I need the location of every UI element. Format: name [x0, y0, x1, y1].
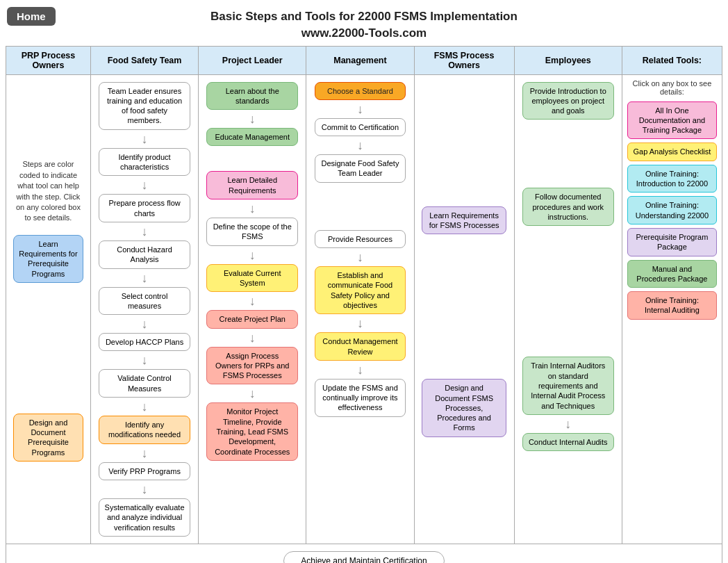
mgmt-box5[interactable]: Establish and communicate Food Safety Po… [315, 266, 406, 314]
mgmt-arrow1: ↓ [309, 103, 411, 115]
arrow3: ↓ [94, 225, 195, 238]
tools-click-note: Click on any box to see details: [625, 79, 719, 96]
fst-box9[interactable]: Verify PRP Programs [99, 462, 190, 480]
fsms-col: Learn Requirements for FSMS Processes De… [414, 74, 514, 544]
fst-box8[interactable]: Identify any modifications needed [99, 416, 190, 444]
emp-box4[interactable]: Conduct Internal Audits [522, 433, 614, 451]
tool-box5[interactable]: Prerequisite Program Package [627, 228, 716, 256]
fst-box5[interactable]: Select control measures [99, 287, 190, 316]
achieve-box[interactable]: Achieve and Maintain Certification [283, 551, 444, 563]
emp-box2[interactable]: Follow documented procedures and work in… [522, 188, 614, 226]
tool-box4[interactable]: Online Training: Understanding 22000 [627, 196, 716, 225]
tool-box3[interactable]: Online Training: Introduction to 22000 [627, 165, 716, 193]
mgmt-arrow5: ↓ [309, 364, 411, 376]
fsms-box2[interactable]: Design and Document FSMS Processes, Proc… [422, 379, 506, 436]
pl-box6[interactable]: Create Project Plan [206, 310, 298, 328]
fst-box4[interactable]: Conduct Hazard Analysis [99, 240, 190, 269]
header-emp: Employees [514, 46, 622, 74]
arrow1: ↓ [94, 133, 195, 145]
fst-box6[interactable]: Develop HACCP Plans [99, 333, 190, 351]
header-tools: Related Tools: [622, 46, 722, 74]
pl-arrow6: ↓ [201, 387, 303, 400]
emp-box3[interactable]: Train Internal Auditors on standard requ… [522, 357, 614, 414]
pl-arrow4: ↓ [201, 295, 303, 307]
fst-box3[interactable]: Prepare process flow charts [99, 194, 190, 222]
mgmt-box7[interactable]: Update the FSMS and continually improve … [315, 379, 406, 417]
fst-box7[interactable]: Validate Control Measures [99, 369, 190, 398]
arrow2: ↓ [94, 179, 195, 191]
pl-box7[interactable]: Assign Process Owners for PRPs and FSMS … [206, 347, 298, 385]
tool-box6[interactable]: Manual and Procedures Package [627, 260, 716, 288]
pl-arrow2: ↓ [201, 202, 303, 215]
pl-col: Learn about the standards ↓ Educate Mana… [199, 74, 306, 544]
header-pl: Project Leader [199, 46, 306, 74]
tool-box2[interactable]: Gap Analysis Checklist [627, 142, 716, 161]
pl-box3[interactable]: Learn Detailed Requirements [206, 171, 298, 199]
header-prp: PRP Process Owners [6, 46, 91, 74]
mgmt-box6[interactable]: Conduct Management Review [315, 332, 406, 361]
header-fst: Food Safety Team [90, 46, 198, 74]
mgmt-box1[interactable]: Choose a Standard [315, 82, 406, 100]
mgmt-box3[interactable]: Designate Food Safety Team Leader [315, 154, 406, 183]
pl-box4[interactable]: Define the scope of the FSMS [206, 218, 298, 246]
arrow6: ↓ [94, 354, 195, 366]
tools-col: Click on any box to see details: All In … [622, 74, 722, 544]
emp-col: Provide Introduction to employees on pro… [514, 74, 622, 544]
mgmt-arrow4: ↓ [309, 317, 411, 329]
mgmt-box4[interactable]: Provide Resources [315, 230, 406, 248]
mgmt-arrow2: ↓ [309, 139, 411, 152]
home-button[interactable]: Home [7, 7, 56, 26]
pl-arrow5: ↓ [201, 332, 303, 344]
tool-box1[interactable]: All In One Documentation and Training Pa… [627, 101, 716, 140]
prp-box1[interactable]: Learn Requirements for Prerequisite Prog… [13, 235, 84, 283]
arrow8: ↓ [94, 447, 195, 459]
arrow9: ↓ [94, 483, 195, 496]
fsms-box1[interactable]: Learn Requirements for FSMS Processes [422, 206, 506, 235]
pl-box1[interactable]: Learn about the standards [206, 82, 298, 111]
mgmt-col: Choose a Standard ↓ Commit to Certificat… [306, 74, 414, 544]
fst-box2[interactable]: Identify product characteristics [99, 148, 190, 177]
header-mgmt: Management [306, 46, 414, 74]
pl-box8[interactable]: Monitor Project Timeline, Provide Traini… [206, 402, 298, 460]
emp-arrow1: ↓ [518, 418, 619, 430]
fst-col: Team Leader ensures training and educati… [90, 74, 198, 544]
tool-box7[interactable]: Online Training: Internal Auditing [627, 291, 716, 320]
mgmt-arrow3: ↓ [309, 251, 411, 263]
pl-arrow3: ↓ [201, 249, 303, 261]
pl-box2[interactable]: Educate Management [206, 128, 298, 146]
page-title: Basic Steps and Tools for 22000 FSMS Imp… [0, 0, 728, 46]
prp-note: Steps are color coded to indicate what t… [9, 154, 88, 229]
prp-col: Steps are color coded to indicate what t… [6, 74, 91, 544]
achieve-row: Achieve and Maintain Certification [6, 544, 722, 563]
fst-box1[interactable]: Team Leader ensures training and educati… [99, 82, 190, 130]
arrow4: ↓ [94, 272, 195, 284]
arrow5: ↓ [94, 318, 195, 330]
pl-arrow1: ↓ [201, 113, 303, 125]
mgmt-box2[interactable]: Commit to Certification [315, 118, 406, 136]
emp-box1[interactable]: Provide Introduction to employees on pro… [522, 82, 614, 120]
pl-box5[interactable]: Evaluate Current System [206, 264, 298, 293]
fst-box10[interactable]: Systematically evaluate and analyze indi… [99, 498, 190, 537]
header-fsms: FSMS Process Owners [414, 46, 514, 74]
arrow7: ↓ [94, 400, 195, 413]
prp-box2[interactable]: Design and Document Prerequisite Program… [13, 414, 84, 462]
